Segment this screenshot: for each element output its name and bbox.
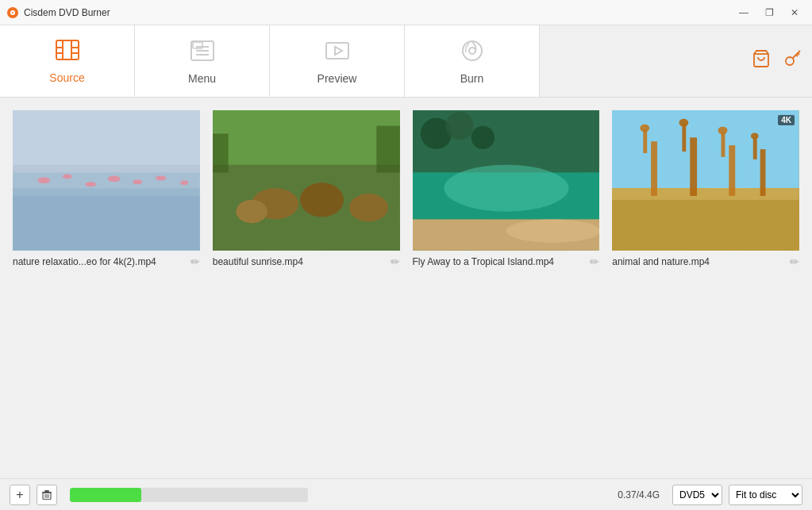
svg-point-18 (469, 48, 475, 54)
app-icon (6, 6, 19, 19)
nav-spacer (540, 25, 812, 97)
svg-point-30 (180, 180, 188, 185)
disc-info: 0.37/4.4G (618, 489, 660, 500)
menu-icon (190, 38, 215, 69)
cart-button[interactable] (752, 49, 771, 73)
svg-point-20 (786, 57, 794, 65)
svg-rect-22 (13, 188, 200, 251)
svg-point-28 (133, 179, 142, 184)
svg-point-25 (63, 174, 72, 179)
video-label-row: Fly Away to a Tropical Island.mp4 ✏ (413, 255, 600, 268)
svg-marker-16 (335, 47, 342, 55)
svg-rect-15 (326, 43, 348, 59)
tab-source[interactable]: Source (0, 25, 135, 97)
svg-point-27 (108, 176, 121, 182)
close-button[interactable]: ✕ (783, 3, 806, 22)
minimize-button[interactable]: — (733, 3, 755, 22)
svg-point-46 (445, 112, 473, 140)
svg-rect-64 (44, 490, 49, 492)
tab-preview[interactable]: Preview (270, 25, 405, 97)
tab-burn-label: Burn (460, 72, 484, 85)
svg-rect-54 (690, 137, 697, 196)
list-item: nature relaxatio...eo for 4k(2).mp4 ✏ (13, 110, 200, 268)
svg-rect-50 (612, 200, 799, 251)
edit-icon[interactable]: ✏ (790, 255, 799, 268)
svg-rect-23 (13, 173, 200, 196)
video-label-row: nature relaxatio...eo for 4k(2).mp4 ✏ (13, 255, 200, 268)
svg-rect-52 (644, 130, 648, 153)
burn-icon (460, 38, 485, 69)
add-icon: + (16, 488, 23, 502)
video-thumbnail (213, 110, 400, 251)
main-content: nature relaxatio...eo for 4k(2).mp4 ✏ (0, 98, 812, 478)
svg-point-24 (37, 177, 50, 183)
svg-point-44 (506, 220, 599, 243)
badge-4k: 4K (778, 115, 795, 125)
tab-menu[interactable]: Menu (135, 25, 270, 97)
tab-burn[interactable]: Burn (405, 25, 540, 97)
video-name: Fly Away to a Tropical Island.mp4 (413, 256, 587, 267)
svg-rect-61 (753, 137, 757, 159)
svg-rect-55 (683, 125, 687, 151)
svg-rect-31 (13, 110, 200, 165)
svg-rect-3 (56, 40, 79, 59)
list-item: 4K (612, 110, 799, 268)
svg-point-62 (751, 132, 759, 139)
list-item: beautiful sunrise.mp4 ✏ (213, 110, 400, 268)
svg-point-29 (156, 176, 167, 181)
video-name: beautiful sunrise.mp4 (213, 256, 387, 267)
tab-menu-label: Menu (188, 72, 216, 85)
svg-rect-48 (612, 110, 799, 188)
svg-point-35 (300, 182, 344, 217)
video-label-row: animal and nature.mp4 ✏ (612, 255, 799, 268)
trash-icon (41, 489, 52, 500)
tab-preview-label: Preview (317, 72, 357, 85)
bottom-bar: + 0.37/4.4G DVD5 DVD9 Fit to disc Best q… (0, 478, 812, 510)
edit-icon[interactable]: ✏ (190, 255, 200, 268)
svg-rect-39 (376, 126, 399, 173)
nav-tabs: Source Menu Preview (0, 25, 812, 98)
svg-rect-57 (729, 145, 736, 196)
video-label-row: beautiful sunrise.mp4 ✏ (213, 255, 400, 268)
video-name: animal and nature.mp4 (612, 256, 787, 267)
tab-source-label: Source (49, 71, 84, 84)
svg-point-47 (471, 126, 494, 149)
disc-type-select[interactable]: DVD5 DVD9 (672, 485, 722, 505)
svg-point-2 (12, 12, 13, 13)
key-button[interactable] (783, 49, 802, 73)
svg-point-56 (679, 119, 689, 127)
svg-rect-38 (213, 133, 229, 172)
video-thumbnail: 4K (612, 110, 799, 251)
edit-icon[interactable]: ✏ (391, 255, 400, 268)
svg-rect-51 (651, 141, 657, 196)
svg-rect-33 (213, 110, 400, 165)
progress-bar (70, 488, 308, 502)
source-icon (55, 37, 80, 68)
fit-select[interactable]: Fit to disc Best quality High quality (729, 485, 802, 505)
video-name: nature relaxatio...eo for 4k(2).mp4 (13, 256, 187, 267)
video-thumbnail (413, 110, 600, 251)
svg-point-53 (641, 125, 650, 132)
svg-point-26 (85, 182, 96, 186)
edit-icon[interactable]: ✏ (590, 255, 599, 268)
video-thumbnail (13, 110, 200, 251)
maximize-button[interactable]: ❐ (758, 3, 780, 22)
window-controls: — ❐ ✕ (733, 3, 806, 22)
svg-rect-58 (722, 132, 725, 157)
progress-bar-fill (70, 488, 141, 502)
svg-point-36 (349, 194, 388, 221)
app-title: Cisdem DVD Burner (24, 7, 733, 18)
svg-point-37 (236, 200, 267, 223)
add-button[interactable]: + (10, 485, 30, 505)
video-grid: nature relaxatio...eo for 4k(2).mp4 ✏ (13, 110, 799, 268)
svg-point-43 (444, 165, 568, 212)
svg-rect-60 (760, 149, 766, 196)
title-bar: Cisdem DVD Burner — ❐ ✕ (0, 0, 812, 25)
preview-icon (325, 38, 350, 69)
svg-point-59 (718, 127, 728, 135)
delete-button[interactable] (37, 485, 57, 505)
list-item: Fly Away to a Tropical Island.mp4 ✏ (413, 110, 600, 268)
